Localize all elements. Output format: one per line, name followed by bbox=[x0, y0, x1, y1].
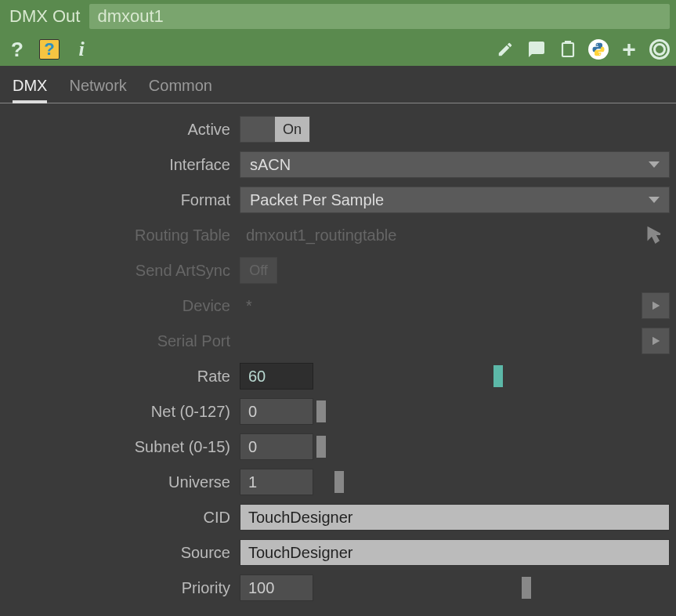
param-label: Priority bbox=[6, 579, 240, 597]
selector-arrow-icon[interactable] bbox=[642, 222, 670, 248]
artsync-toggle: Off bbox=[240, 257, 277, 284]
param-label: Send ArtSync bbox=[6, 262, 240, 280]
help-icon[interactable]: ? bbox=[6, 38, 28, 60]
param-label: Active bbox=[6, 121, 240, 139]
comment-icon[interactable] bbox=[526, 38, 548, 60]
net-input[interactable]: 0 bbox=[240, 398, 313, 425]
svg-point-2 bbox=[599, 54, 601, 56]
universe-slider[interactable] bbox=[316, 469, 670, 495]
param-label: Device bbox=[6, 297, 240, 315]
net-slider[interactable] bbox=[316, 398, 670, 425]
priority-slider[interactable] bbox=[316, 574, 670, 601]
param-row-universe: Universe 1 bbox=[6, 467, 670, 497]
rate-input[interactable]: 60 bbox=[240, 363, 313, 390]
device-play-button[interactable] bbox=[642, 292, 670, 319]
svg-rect-0 bbox=[562, 43, 573, 56]
header-bar: DMX Out dmxout1 bbox=[0, 0, 676, 33]
universe-input[interactable]: 1 bbox=[240, 469, 313, 495]
clipboard-icon[interactable] bbox=[557, 38, 579, 60]
param-label: Interface bbox=[6, 156, 240, 174]
param-label: Rate bbox=[6, 368, 240, 386]
param-label: CID bbox=[6, 509, 240, 527]
priority-input[interactable]: 100 bbox=[240, 574, 313, 601]
param-label: Serial Port bbox=[6, 332, 240, 350]
param-row-cid: CID TouchDesigner bbox=[6, 502, 670, 532]
param-row-interface: Interface sACN bbox=[6, 150, 670, 179]
subnet-slider[interactable] bbox=[316, 433, 670, 460]
routing-table-value: dmxout1_routingtable bbox=[240, 226, 638, 245]
operator-type-label: DMX Out bbox=[6, 6, 89, 27]
param-label: Subnet (0-15) bbox=[6, 438, 240, 456]
target-icon[interactable] bbox=[649, 39, 670, 60]
param-row-device: Device * bbox=[6, 291, 670, 321]
plus-icon[interactable]: + bbox=[618, 38, 640, 60]
parameter-panel: Active On Interface sACN Format Packet P… bbox=[0, 103, 676, 609]
format-dropdown[interactable]: Packet Per Sample bbox=[240, 187, 670, 213]
operator-name-field[interactable]: dmxout1 bbox=[89, 4, 670, 29]
python-icon[interactable] bbox=[588, 39, 609, 60]
param-row-active: Active On bbox=[6, 114, 670, 144]
wiki-help-icon[interactable]: ? bbox=[39, 39, 60, 60]
toggle-on-label: On bbox=[275, 117, 309, 142]
cid-input[interactable]: TouchDesigner bbox=[240, 504, 670, 531]
param-label: Format bbox=[6, 191, 240, 209]
tab-bar: DMX Network Common bbox=[0, 66, 676, 103]
tab-dmx[interactable]: DMX bbox=[13, 77, 47, 103]
param-row-net: Net (0-127) 0 bbox=[6, 397, 670, 426]
param-row-subnet: Subnet (0-15) 0 bbox=[6, 432, 670, 462]
tab-common[interactable]: Common bbox=[149, 77, 212, 103]
param-row-serial-port: Serial Port bbox=[6, 326, 670, 356]
param-row-rate: Rate 60 bbox=[6, 361, 670, 391]
param-label: Net (0-127) bbox=[6, 403, 240, 421]
edit-icon[interactable] bbox=[494, 38, 516, 60]
param-row-routing-table: Routing Table dmxout1_routingtable bbox=[6, 220, 670, 250]
active-toggle[interactable]: On bbox=[240, 116, 310, 143]
param-label: Source bbox=[6, 544, 240, 562]
param-label: Routing Table bbox=[6, 226, 240, 245]
toolbar: ? ? i + bbox=[0, 33, 676, 66]
info-icon[interactable]: i bbox=[70, 38, 92, 60]
source-input[interactable]: TouchDesigner bbox=[240, 539, 670, 566]
tab-network[interactable]: Network bbox=[69, 77, 126, 103]
svg-point-1 bbox=[597, 44, 598, 45]
subnet-input[interactable]: 0 bbox=[240, 433, 313, 460]
rate-slider[interactable] bbox=[316, 363, 670, 390]
param-row-source: Source TouchDesigner bbox=[6, 538, 670, 567]
param-row-format: Format Packet Per Sample bbox=[6, 185, 670, 215]
param-row-artsync: Send ArtSync Off bbox=[6, 255, 670, 285]
param-label: Universe bbox=[6, 473, 240, 491]
param-row-priority: Priority 100 bbox=[6, 573, 670, 603]
interface-dropdown[interactable]: sACN bbox=[240, 151, 670, 178]
device-value: * bbox=[240, 297, 638, 315]
serial-play-button[interactable] bbox=[642, 328, 670, 354]
